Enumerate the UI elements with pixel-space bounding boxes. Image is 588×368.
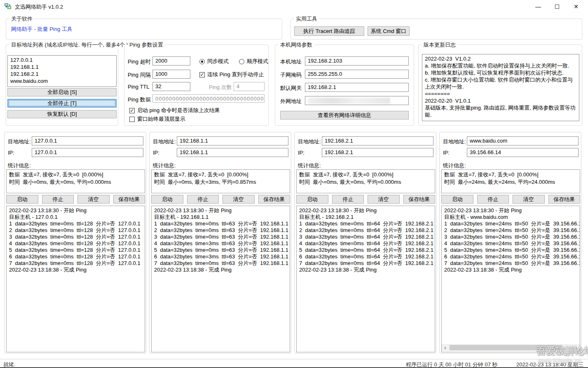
- wan-ip-input[interactable]: [305, 96, 409, 105]
- seq-mode-radio[interactable]: 顺序模式: [239, 58, 268, 65]
- clear-button[interactable]: 清空: [368, 195, 400, 204]
- stats-box[interactable]: 数据 发送=7, 接收=7, 丢失=0 [0.000%]时间 最小=0ms, 最…: [296, 169, 435, 193]
- panel-buttons: 启动 停止 清空 保存结果: [296, 195, 435, 204]
- clear-button[interactable]: 清空: [513, 195, 545, 204]
- save-results-button[interactable]: 保存结果: [403, 195, 436, 204]
- tracert-button[interactable]: 执行 Tracert 路由追踪: [294, 26, 364, 36]
- restore-default-button[interactable]: 恢复默认 [D]: [7, 110, 117, 118]
- stats-line2: 时间 最小=0ms, 最大=0ms, 平均=0.000ms: [9, 179, 111, 185]
- ip-input[interactable]: 127.0.0.1: [32, 148, 143, 157]
- stats-line1: 数据 发送=7, 接收=7, 丢失=0 [0.000%]: [444, 171, 539, 178]
- address-input[interactable]: www.baidu.com: [467, 136, 579, 145]
- stats-box[interactable]: 数据 发送=7, 接收=7, 丢失=0 [0.000%]时间 最小=24ms, …: [441, 169, 580, 193]
- ping-interval-label: Ping 间隔: [128, 71, 151, 79]
- close-icon[interactable]: ✕: [567, 0, 586, 13]
- ping-interval-input[interactable]: 1000: [152, 70, 190, 79]
- address-input[interactable]: 192.168.2.1: [322, 136, 433, 145]
- app-description-link[interactable]: 网络助手 - 批量 Ping 工具: [11, 26, 73, 33]
- window-controls: — ☐ ✕: [529, 0, 586, 13]
- ping-count-input[interactable]: 4: [234, 82, 265, 91]
- ping-data-input[interactable]: 00000000000000000000000000000000: [152, 94, 265, 103]
- wan-ip-label: 外网地址: [280, 98, 302, 105]
- ip-input[interactable]: 39.156.66.14: [467, 148, 579, 157]
- local-network-group-title: 本机网络参数: [279, 41, 314, 49]
- ip-label: IP:: [8, 150, 14, 156]
- local-ip-label: 本机地址: [280, 58, 302, 66]
- seq-mode-radio-circle: [239, 59, 244, 64]
- stop-button[interactable]: 停止: [332, 195, 364, 204]
- target-address-list-input[interactable]: 127.0.0.1 192.168.1.1 192.168.2.1 www.ba…: [7, 55, 117, 87]
- scroll-left-icon[interactable]: ‹: [442, 344, 449, 351]
- horizontal-scrollbar[interactable]: ‹ ›: [442, 344, 580, 351]
- stop-button[interactable]: 停止: [42, 195, 74, 204]
- stats-box[interactable]: 数据 发送=7, 接收=7, 丢失=0 [0.000%]时间 最小=0ms, 最…: [6, 169, 145, 193]
- clear-on-start-checkbox[interactable]: ✓ 启动 ping 命令时是否清除上次结果: [129, 107, 220, 114]
- ping-log[interactable]: 2022-02-23 13:18:30 - 开始 Ping 目标主机 - www…: [441, 206, 580, 352]
- start-all-button[interactable]: 全部启动 [S]: [7, 88, 117, 96]
- window-title: 文迅网络助手 v1.0.2: [15, 3, 63, 11]
- changelog-group-title: 版本更新日志: [422, 41, 457, 49]
- ip-label: IP:: [443, 150, 450, 156]
- stop-button[interactable]: 停止: [477, 195, 509, 204]
- ping-log[interactable]: 2022-02-23 13:18:30 - 开始 Ping 目标主机 - 192…: [296, 206, 435, 352]
- stats-label: 统计信息:: [153, 162, 176, 169]
- changelog-group: 版本更新日志 2022-02-23 V1.0.2 a. 增加保存配置功能, 软件…: [418, 45, 582, 126]
- ping-ttl-label: Ping TTL: [128, 84, 150, 90]
- address-input[interactable]: 192.168.1.1: [177, 136, 288, 145]
- ip-label: IP:: [153, 150, 159, 156]
- save-results-button[interactable]: 保存结果: [113, 195, 145, 204]
- stop-button[interactable]: 停止: [187, 195, 219, 204]
- sync-mode-label: 同步模式: [207, 58, 229, 65]
- ip-label: IP:: [298, 150, 305, 156]
- subnet-mask-label: 子网掩码: [280, 71, 302, 79]
- ping-timeout-input[interactable]: 2000: [152, 56, 190, 66]
- title-bar: 文迅网络助手 v1.0.2 — ☐ ✕: [0, 0, 588, 13]
- save-results-button[interactable]: 保存结果: [258, 195, 290, 204]
- cmd-button[interactable]: 系统 Cmd 窗口: [368, 26, 410, 36]
- gateway-label: 默认网关: [280, 84, 302, 92]
- ip-input[interactable]: 192.168.1.1: [177, 148, 288, 157]
- start-button[interactable]: 启动: [441, 195, 473, 204]
- ping-count-label: Ping 次数: [209, 84, 232, 91]
- start-button[interactable]: 启动: [296, 195, 328, 204]
- sync-mode-radio[interactable]: 同步模式: [199, 58, 229, 65]
- gateway-input[interactable]: 192.168.2.1: [305, 83, 409, 92]
- ping-panel-1: 目地地址: 127.0.0.1 IP: 127.0.0.1 统计信息: 数据 发…: [4, 132, 146, 354]
- start-button[interactable]: 启动: [151, 195, 183, 204]
- stop-all-button[interactable]: 全部停止 [T]: [7, 99, 117, 108]
- continuous-ping-checkbox[interactable]: ✓ 连续 Ping 直到手动停止: [199, 71, 264, 78]
- ip-input[interactable]: 192.168.2.1: [322, 148, 433, 157]
- stats-line1: 数据 发送=7, 接收=7, 丢失=0 [0.000%]: [299, 171, 394, 178]
- scroll-right-icon[interactable]: ›: [573, 344, 580, 351]
- clear-on-start-checkmark: ✓: [129, 108, 135, 113]
- ping-log[interactable]: 2022-02-23 13:18:30 - 开始 Ping 目标主机 - 127…: [6, 206, 145, 352]
- address-input[interactable]: 127.0.0.1: [32, 136, 143, 145]
- save-results-button[interactable]: 保存结果: [548, 195, 581, 204]
- subnet-mask-input[interactable]: 255.255.255.0: [305, 70, 409, 79]
- tools-group: 实用工具 执行 Tracert 路由追踪 系统 Cmd 窗口: [290, 19, 582, 40]
- ping-log[interactable]: 2022-02-23 13:18:30 - 开始 Ping 目标主机 - 192…: [151, 206, 290, 352]
- network-details-button[interactable]: 查看所有网络详细信息: [280, 111, 409, 120]
- clear-button[interactable]: 清空: [77, 195, 110, 204]
- changelog-textbox[interactable]: 2022-02-23 V1.0.2 a. 增加保存配置功能, 软件启动时设置保持…: [422, 54, 579, 121]
- stats-box[interactable]: 数据 发送=7, 接收=7, 丢失=0 [0.000%]时间 最小=0ms, 最…: [151, 169, 290, 193]
- always-on-top-checkbox[interactable]: 窗口始终最顶层显示: [129, 115, 185, 123]
- stats-label: 统计信息:: [443, 162, 466, 169]
- ping-panel-3: 目地地址: 192.168.2.1 IP: 192.168.2.1 统计信息: …: [294, 132, 436, 354]
- clear-button[interactable]: 清空: [223, 195, 255, 204]
- status-bar: 就绪. 程序已运行 0 天 00 小时 01 分钟 07 秒 2022-02-2…: [0, 359, 588, 367]
- minimize-icon[interactable]: —: [529, 0, 548, 13]
- targets-group: 目标地址列表 (域名或IP地址. 每行一个, 最多4个.) 127.0.0.1 …: [6, 45, 118, 126]
- local-ip-input[interactable]: 192.168.2.103: [305, 56, 409, 66]
- ping-ttl-input[interactable]: 32: [152, 82, 190, 91]
- scrollbar-thumb[interactable]: [450, 345, 562, 350]
- start-button[interactable]: 启动: [6, 195, 38, 204]
- maximize-icon[interactable]: ☐: [548, 0, 567, 13]
- address-label: 目地地址:: [298, 138, 321, 145]
- ping-settings-group-title: Ping 参数设置: [128, 41, 165, 49]
- continuous-ping-label: 连续 Ping 直到手动停止: [207, 71, 264, 78]
- ping-data-label: Ping 数据: [128, 96, 151, 103]
- ping-panel-4: 目地地址: www.baidu.com IP: 39.156.66.14 统计信…: [439, 132, 581, 354]
- address-label: 目地地址:: [153, 138, 176, 145]
- stats-label: 统计信息:: [298, 162, 321, 169]
